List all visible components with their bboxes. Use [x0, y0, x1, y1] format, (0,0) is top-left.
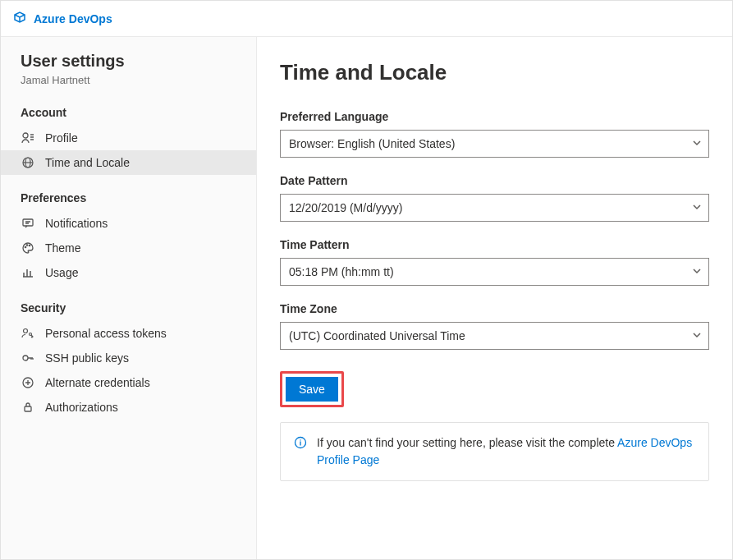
- sidebar-item-label: Alternate credentials: [45, 376, 150, 389]
- sidebar-item-label: Personal access tokens: [45, 327, 167, 340]
- label-date-pattern: Date Pattern: [280, 174, 709, 187]
- select-preferred-language[interactable]: Browser: English (United States): [280, 130, 709, 158]
- credentials-icon: [21, 376, 35, 389]
- svg-rect-11: [25, 406, 31, 411]
- sidebar-item-label: SSH public keys: [45, 351, 129, 365]
- lock-icon: [21, 401, 35, 414]
- sidebar-item-label: Usage: [45, 266, 78, 279]
- label-time-zone: Time Zone: [280, 302, 709, 315]
- sidebar-item-profile[interactable]: Profile: [1, 126, 256, 150]
- svg-point-9: [23, 356, 28, 360]
- svg-point-6: [29, 245, 30, 246]
- select-value: (UTC) Coordinated Universal Time: [289, 329, 465, 342]
- sidebar-item-label: Authorizations: [45, 401, 118, 414]
- person-key-icon: [21, 327, 35, 340]
- sidebar-item-label: Time and Locale: [45, 156, 130, 169]
- chevron-down-icon: [692, 201, 702, 214]
- profile-icon: [21, 131, 35, 145]
- chevron-down-icon: [692, 137, 702, 150]
- select-date-pattern[interactable]: 12/20/2019 (M/d/yyyy): [280, 194, 709, 222]
- info-icon: [294, 436, 307, 454]
- globe-icon: [21, 156, 35, 169]
- azure-devops-icon: [12, 10, 27, 27]
- sidebar-item-alt-credentials[interactable]: Alternate credentials: [1, 370, 256, 395]
- save-button[interactable]: Save: [286, 377, 338, 402]
- svg-point-7: [24, 329, 28, 333]
- chevron-down-icon: [692, 265, 702, 278]
- sidebar-item-pat[interactable]: Personal access tokens: [1, 321, 256, 346]
- section-account-header: Account: [1, 101, 256, 126]
- select-value: 12/20/2019 (M/d/yyyy): [289, 201, 403, 214]
- sidebar-item-authorizations[interactable]: Authorizations: [1, 395, 256, 420]
- sidebar-item-ssh[interactable]: SSH public keys: [1, 346, 256, 370]
- select-value: Browser: English (United States): [289, 137, 455, 150]
- select-value: 05:18 PM (hh:mm tt): [289, 265, 394, 278]
- chevron-down-icon: [692, 329, 702, 342]
- comment-icon: [21, 217, 35, 230]
- label-time-pattern: Time Pattern: [280, 238, 709, 251]
- sidebar-item-time-locale[interactable]: Time and Locale: [1, 150, 256, 175]
- svg-point-4: [25, 246, 25, 247]
- page-title: Time and Locale: [280, 60, 709, 85]
- brand-link[interactable]: Azure DevOps: [12, 10, 112, 27]
- svg-rect-3: [23, 219, 33, 226]
- callout-before: If you can't find your setting here, ple…: [317, 436, 617, 449]
- brand-text: Azure DevOps: [34, 12, 112, 25]
- select-time-zone[interactable]: (UTC) Coordinated Universal Time: [280, 322, 709, 350]
- info-callout: If you can't find your setting here, ple…: [280, 422, 709, 481]
- topbar: Azure DevOps: [1, 1, 732, 37]
- sidebar-item-label: Notifications: [45, 217, 108, 230]
- callout-text: If you can't find your setting here, ple…: [317, 434, 695, 469]
- svg-point-5: [26, 245, 27, 246]
- sidebar-title: User settings: [1, 52, 256, 71]
- sidebar-item-theme[interactable]: Theme: [1, 236, 256, 260]
- section-preferences-header: Preferences: [1, 186, 256, 211]
- svg-point-0: [23, 133, 28, 138]
- sidebar: User settings Jamal Hartnett Account Pro…: [1, 37, 257, 559]
- sidebar-item-usage[interactable]: Usage: [1, 260, 256, 285]
- label-preferred-language: Preferred Language: [280, 110, 709, 123]
- sidebar-user-name: Jamal Hartnett: [1, 74, 256, 101]
- section-security-header: Security: [1, 296, 256, 321]
- palette-icon: [21, 241, 35, 255]
- select-time-pattern[interactable]: 05:18 PM (hh:mm tt): [280, 258, 709, 286]
- bar-chart-icon: [21, 266, 35, 279]
- sidebar-item-label: Profile: [45, 131, 78, 145]
- save-highlight: Save: [280, 371, 344, 407]
- sidebar-item-label: Theme: [45, 241, 81, 255]
- sidebar-item-notifications[interactable]: Notifications: [1, 211, 256, 236]
- key-icon: [21, 351, 35, 365]
- main-content: Time and Locale Preferred Language Brows…: [257, 37, 732, 559]
